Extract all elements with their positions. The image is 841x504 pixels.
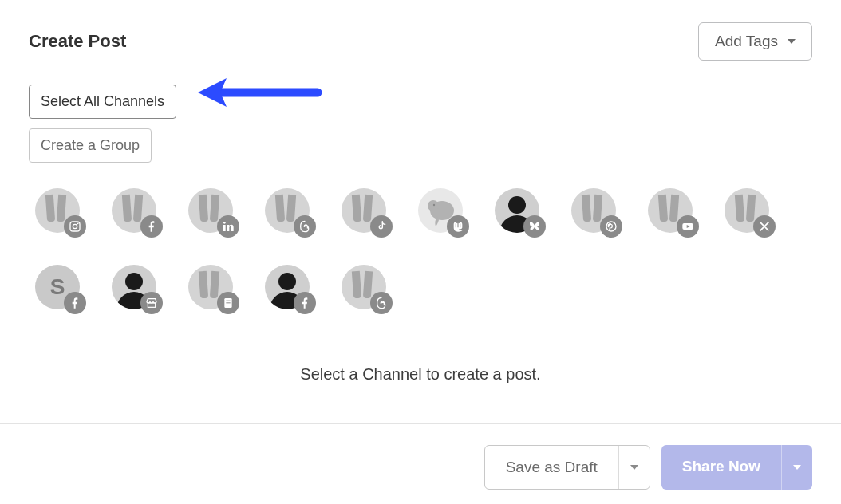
facebook-icon	[140, 215, 163, 238]
channel-avatar-youtube[interactable]	[648, 188, 693, 233]
add-tags-button[interactable]: Add Tags	[698, 22, 812, 61]
svg-point-3	[77, 222, 79, 224]
footer-bar: Save as Draft Share Now	[0, 423, 841, 504]
channel-avatar-startpage[interactable]	[188, 265, 233, 309]
x-icon	[753, 215, 776, 238]
svg-rect-4	[223, 225, 226, 231]
select-all-channels-button[interactable]: Select All Channels	[29, 85, 176, 119]
youtube-icon	[677, 215, 699, 238]
svg-rect-15	[226, 302, 230, 303]
svg-point-2	[73, 224, 77, 228]
channel-avatar-linkedin[interactable]	[188, 188, 233, 233]
startpage-icon	[217, 292, 239, 314]
save-as-draft-dropdown[interactable]	[618, 446, 650, 489]
channel-avatar-tiktok[interactable]	[342, 188, 386, 233]
channel-avatar-google-business[interactable]	[112, 265, 156, 309]
channel-avatar-instagram[interactable]	[35, 188, 80, 233]
instagram-icon	[64, 215, 86, 238]
facebook-icon	[294, 292, 316, 314]
save-as-draft-split-button: Save as Draft	[484, 445, 650, 490]
svg-point-5	[223, 222, 226, 224]
channel-avatar-facebook[interactable]: S	[35, 265, 80, 309]
facebook-icon	[64, 292, 86, 314]
google-business-icon	[140, 292, 163, 314]
share-now-button[interactable]: Share Now	[661, 445, 781, 490]
channel-avatar-facebook[interactable]	[112, 188, 156, 233]
save-as-draft-button[interactable]: Save as Draft	[485, 446, 618, 489]
channel-avatar-threads[interactable]	[265, 188, 310, 233]
svg-point-8	[433, 204, 435, 206]
channel-avatar-threads[interactable]	[342, 265, 386, 309]
pinterest-icon	[600, 215, 622, 238]
mastodon-icon	[447, 215, 469, 238]
svg-point-7	[428, 200, 439, 211]
channel-avatar-x[interactable]	[725, 188, 769, 233]
tiktok-icon	[370, 215, 393, 238]
chevron-down-icon	[630, 465, 638, 470]
svg-rect-14	[226, 301, 230, 301]
svg-rect-12	[148, 303, 155, 307]
channels-grid: S	[0, 172, 798, 309]
threads-icon	[294, 215, 316, 238]
threads-icon	[370, 292, 393, 314]
add-tags-label: Add Tags	[715, 33, 778, 50]
share-now-split-button: Share Now	[661, 445, 812, 490]
svg-rect-16	[226, 305, 228, 305]
channel-avatar-mastodon[interactable]	[418, 188, 463, 233]
channel-avatar-pinterest[interactable]	[571, 188, 616, 233]
chevron-down-icon	[788, 39, 796, 44]
page-title: Create Post	[29, 31, 126, 52]
channel-avatar-bluesky[interactable]	[495, 188, 539, 233]
create-group-button[interactable]: Create a Group	[29, 128, 152, 163]
empty-state-prompt: Select a Channel to create a post.	[0, 309, 841, 384]
channel-avatar-facebook[interactable]	[265, 265, 310, 309]
bluesky-icon	[523, 215, 546, 238]
chevron-down-icon	[793, 465, 801, 470]
share-now-dropdown[interactable]	[781, 445, 812, 490]
linkedin-icon	[217, 215, 239, 238]
